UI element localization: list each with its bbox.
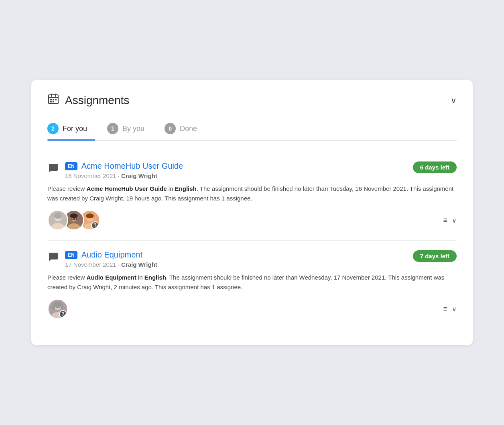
- days-left-badge-acme: 6 days left: [413, 161, 457, 173]
- assignment-top-audio: EN Audio Equipment 17 November 2021 · Cr…: [47, 250, 457, 273]
- days-left-badge-audio: 7 days left: [413, 250, 457, 262]
- svg-rect-8: [53, 101, 54, 102]
- assignment-item-audio: EN Audio Equipment 17 November 2021 · Cr…: [47, 241, 457, 329]
- hamburger-icon-audio[interactable]: ≡: [443, 305, 448, 313]
- tab-done[interactable]: 0 Done: [165, 119, 205, 140]
- assignment-top-acme: EN Acme HomeHub User Guide 16 November 2…: [47, 161, 457, 184]
- tab-by-you-label: By you: [122, 125, 144, 133]
- assignment-meta-acme: 16 November 2021 · Craig Wright: [65, 172, 406, 179]
- for-you-count-badge: 2: [47, 123, 59, 134]
- svg-rect-7: [50, 101, 52, 102]
- svg-point-24: [86, 213, 93, 218]
- assignment-description-acme: Please review Acme HomeHub User Guide in…: [47, 184, 457, 203]
- avatars-audio: ?: [47, 298, 68, 319]
- card-header: Assignments ∨: [47, 93, 457, 108]
- assignments-card: Assignments ∨ 2 For you 1 By you 0 Done: [31, 80, 473, 345]
- lang-badge-acme: EN: [65, 162, 77, 170]
- assignment-author-audio: Craig Wright: [121, 261, 157, 268]
- done-count-badge: 0: [165, 123, 176, 134]
- question-badge-audio: ?: [59, 310, 67, 318]
- svg-point-30: [61, 305, 63, 310]
- assignment-left-audio: EN Audio Equipment 17 November 2021 · Cr…: [47, 250, 406, 273]
- svg-rect-5: [53, 99, 54, 100]
- assignment-meta-audio: 17 November 2021 · Craig Wright: [65, 261, 406, 268]
- svg-point-13: [54, 213, 61, 219]
- tab-for-you-label: For you: [63, 125, 87, 133]
- footer-actions-audio: ≡ ∨: [443, 305, 457, 313]
- svg-rect-6: [55, 99, 57, 100]
- assignment-footer-acme: ? ≡ ∨: [47, 210, 457, 231]
- assignment-title-row-acme: EN Acme HomeHub User Guide: [65, 161, 406, 171]
- lang-badge-audio: EN: [65, 251, 77, 259]
- comment-icon-audio: [47, 251, 59, 265]
- svg-rect-4: [50, 99, 52, 100]
- meta-separator-acme: ·: [118, 172, 121, 179]
- assignment-date-audio: 17 November 2021: [65, 261, 116, 268]
- assignment-footer-audio: ? ≡ ∨: [47, 298, 457, 319]
- assignment-description-audio: Please review Audio Equipment in English…: [47, 273, 457, 292]
- page-title: Assignments: [65, 94, 129, 107]
- assignment-info-acme: EN Acme HomeHub User Guide 16 November 2…: [65, 161, 406, 184]
- assignment-date-acme: 16 November 2021: [65, 172, 116, 179]
- assignment-title-acme[interactable]: Acme HomeHub User Guide: [81, 161, 183, 171]
- hamburger-icon-acme[interactable]: ≡: [443, 216, 448, 225]
- avatar-1-acme: [47, 210, 68, 231]
- comment-icon-acme: [47, 162, 59, 176]
- expand-chevron-icon-audio[interactable]: ∨: [452, 305, 457, 313]
- tab-by-you[interactable]: 1 By you: [107, 119, 152, 140]
- assignment-title-audio[interactable]: Audio Equipment: [81, 250, 142, 259]
- tab-done-label: Done: [180, 125, 197, 133]
- footer-actions-acme: ≡ ∨: [443, 216, 457, 225]
- by-you-count-badge: 1: [107, 123, 118, 134]
- header-left: Assignments: [47, 93, 129, 108]
- assignment-title-row-audio: EN Audio Equipment: [65, 250, 406, 259]
- assignment-left-acme: EN Acme HomeHub User Guide 16 November 2…: [47, 161, 406, 184]
- svg-point-29: [52, 305, 55, 310]
- collapse-chevron-icon[interactable]: ∨: [451, 96, 457, 105]
- calendar-icon: [47, 93, 59, 108]
- expand-chevron-icon-acme[interactable]: ∨: [452, 217, 457, 224]
- assignment-item-acme: EN Acme HomeHub User Guide 16 November 2…: [47, 152, 457, 241]
- tabs-bar: 2 For you 1 By you 0 Done: [47, 119, 457, 141]
- assignment-info-audio: EN Audio Equipment 17 November 2021 · Cr…: [65, 250, 406, 273]
- svg-point-17: [70, 213, 77, 218]
- avatars-acme: ?: [47, 210, 100, 231]
- meta-separator-audio: ·: [118, 261, 121, 268]
- avatar-1-audio: ?: [47, 298, 68, 319]
- question-badge-acme: ?: [91, 221, 99, 229]
- assignment-author-acme: Craig Wright: [121, 172, 157, 179]
- tab-for-you[interactable]: 2 For you: [47, 119, 95, 140]
